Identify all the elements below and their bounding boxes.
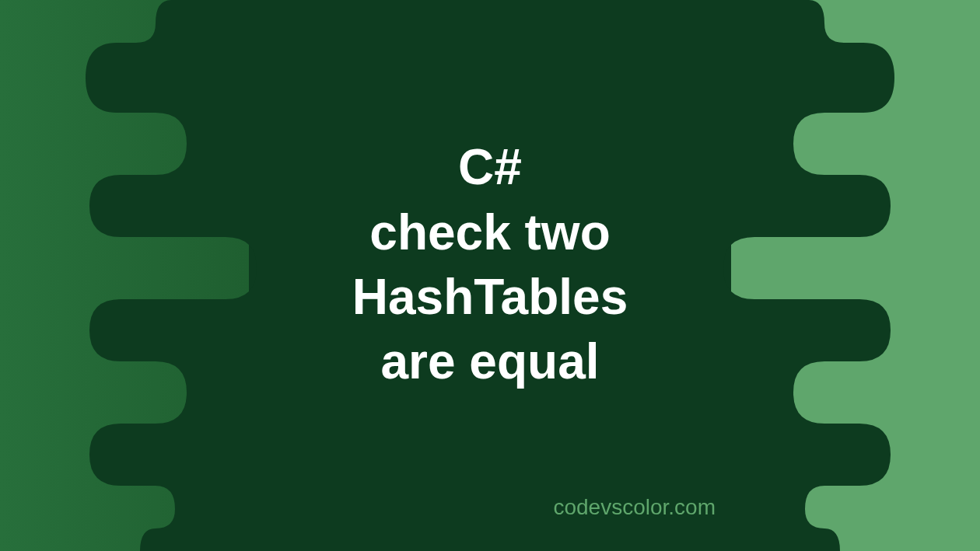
title-line-3: HashTables <box>218 264 762 329</box>
watermark-text: codevscolor.com <box>553 495 716 520</box>
title-line-4: are equal <box>218 330 762 394</box>
banner-container: C# check two HashTables are equal codevs… <box>0 0 980 551</box>
title-line-2: check two <box>218 200 762 264</box>
title-line-1: C# <box>218 135 762 200</box>
title-text: C# check two HashTables are equal <box>218 135 762 394</box>
